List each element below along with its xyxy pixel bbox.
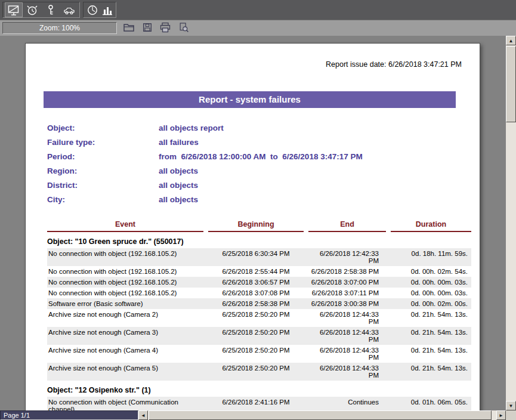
report-page: Report issue date: 6/26/2018 3:47:21 PM … xyxy=(25,43,480,410)
column-header-beginning: Beginning xyxy=(208,220,304,232)
event-cell: Archive size not enough (Camera 4) xyxy=(47,347,203,361)
save-icon xyxy=(142,22,153,35)
end-cell: 6/26/2018 2:58:38 PM xyxy=(308,268,386,275)
beginning-cell: 6/25/2018 2:50:20 PM xyxy=(208,347,304,361)
beginning-cell: 6/25/2018 2:50:20 PM xyxy=(208,311,304,325)
table-row: Archive size not enough (Camera 3)6/25/2… xyxy=(47,327,471,345)
save-button[interactable] xyxy=(140,22,155,35)
table-row: No connection with object (192.168.105.2… xyxy=(47,266,471,277)
toolbar-group-charts xyxy=(83,2,116,18)
duration-cell: 0d. 00h. 02m. 54s. xyxy=(391,268,471,275)
table-header-row: Event Beginning End Duration xyxy=(47,220,471,232)
report-table-body: Object: "10 Green spruce dr." (550017)No… xyxy=(47,232,471,410)
column-header-event: Event xyxy=(47,220,203,232)
car-icon xyxy=(63,4,76,17)
main-toolbar xyxy=(0,0,516,20)
field-object: Object: all objects report xyxy=(47,123,480,138)
horizontal-scrollbar-thumb[interactable] xyxy=(149,410,492,420)
field-label: District: xyxy=(47,181,159,195)
view-toolbar: Zoom: 100% xyxy=(0,20,516,36)
duration-cell: 0d. 00h. 02m. 00s. xyxy=(391,300,471,307)
monitor-icon xyxy=(7,4,20,17)
preview-button[interactable] xyxy=(177,22,191,35)
scrollbar-corner xyxy=(506,410,516,420)
vehicle-report-button[interactable] xyxy=(61,3,78,17)
scroll-up-arrow[interactable]: ▲ xyxy=(506,36,516,45)
preview-icon xyxy=(178,22,189,35)
table-row: Archive size not enough (Camera 2)6/25/2… xyxy=(47,309,471,327)
beginning-cell: 6/26/2018 3:06:57 PM xyxy=(208,279,304,286)
beginning-cell: 6/26/2018 3:07:08 PM xyxy=(208,289,304,297)
duration-cell: 0d. 18h. 11m. 59s. xyxy=(391,250,471,264)
gauge-icon xyxy=(86,4,99,17)
field-period: Period: from 6/26/2018 12:00:00 AM to 6/… xyxy=(47,152,480,166)
toolbar-group-report-types xyxy=(2,2,80,18)
key-icon xyxy=(44,4,57,17)
table-row: Archive size not enough (Camera 5)6/25/2… xyxy=(47,363,471,381)
field-value: from 6/26/2018 12:00:00 AM to 6/26/2018 … xyxy=(159,152,363,166)
scroll-right-arrow[interactable]: ► xyxy=(496,410,506,420)
event-cell: No connection with object (192.168.105.2… xyxy=(47,289,203,297)
field-label: Failure type: xyxy=(47,138,159,152)
table-row: No connection with object (Communication… xyxy=(47,397,471,410)
field-label: Period: xyxy=(47,152,159,166)
beginning-cell: 6/26/2018 2:58:38 PM xyxy=(208,300,304,307)
event-cell: Archive size not enough (Camera 2) xyxy=(47,311,203,325)
table-row: No connection with object (192.168.105.2… xyxy=(47,288,471,298)
zoom-field[interactable]: Zoom: 100% xyxy=(2,22,117,34)
duration-cell: 0d. 21h. 54m. 13s. xyxy=(391,365,471,379)
field-label: City: xyxy=(47,195,159,209)
field-region: Region: all objects xyxy=(47,166,480,181)
end-cell: 6/26/2018 12:44:33 PM xyxy=(308,347,386,361)
status-bar: Page 1/1 ◄ ► xyxy=(0,410,516,420)
alarm-clock-icon xyxy=(26,4,39,17)
event-cell: No connection with object (192.168.105.2… xyxy=(47,268,203,275)
end-cell: 6/26/2018 3:07:00 PM xyxy=(308,279,386,286)
beginning-cell: 6/26/2018 2:55:44 PM xyxy=(208,268,304,275)
table-row: Archive size not enough (Camera 4)6/25/2… xyxy=(47,345,471,363)
duration-cell: 0d. 21h. 54m. 13s. xyxy=(391,329,471,343)
end-cell: 6/26/2018 12:44:33 PM xyxy=(308,311,386,325)
group-header: Object: "10 Green spruce dr." (550017) xyxy=(47,232,471,248)
print-icon xyxy=(159,22,171,35)
group-header: Object: "12 Osipenko str." (1) xyxy=(47,381,471,397)
print-button[interactable] xyxy=(158,22,172,35)
field-label: Region: xyxy=(47,166,159,181)
field-city: City: all objects xyxy=(47,195,480,209)
field-value: all failures xyxy=(159,138,199,152)
horizontal-scrollbar[interactable]: ◄ ► xyxy=(138,410,506,420)
end-cell: Continues xyxy=(308,399,386,410)
report-preview-area: Report issue date: 6/26/2018 3:47:21 PM … xyxy=(0,36,506,410)
key-report-button[interactable] xyxy=(42,3,59,17)
end-cell: 6/26/2018 12:44:33 PM xyxy=(308,365,386,379)
beginning-cell: 6/25/2018 2:50:20 PM xyxy=(208,329,304,343)
report-table: Event Beginning End Duration Object: "10… xyxy=(47,220,471,410)
column-header-duration: Duration xyxy=(391,220,471,232)
beginning-cell: 6/26/2018 2:41:16 PM xyxy=(208,399,304,410)
field-value: all objects report xyxy=(159,123,224,138)
duration-cell: 0d. 01h. 06m. 05s. xyxy=(391,399,471,410)
scroll-down-arrow[interactable]: ▼ xyxy=(506,401,516,410)
end-cell: 6/26/2018 3:07:11 PM xyxy=(308,289,386,297)
field-label: Object: xyxy=(47,123,159,138)
duration-cell: 0d. 21h. 54m. 13s. xyxy=(391,347,471,361)
chart-report-button[interactable] xyxy=(100,3,115,17)
table-row: Software error (Basic software)6/26/2018… xyxy=(47,298,471,309)
event-cell: Archive size not enough (Camera 3) xyxy=(47,329,203,343)
vertical-scrollbar-thumb[interactable] xyxy=(506,46,516,122)
field-failure-type: Failure type: all failures xyxy=(47,138,480,152)
scroll-left-arrow[interactable]: ◄ xyxy=(138,410,148,420)
event-cell: Software error (Basic software) xyxy=(47,300,203,307)
event-cell: No connection with object (Communication… xyxy=(47,399,203,410)
end-cell: 6/26/2018 12:42:33 PM xyxy=(308,250,386,264)
vertical-scrollbar[interactable]: ▲ ▼ xyxy=(506,36,516,410)
open-folder-icon xyxy=(123,22,135,35)
system-failures-report-button[interactable] xyxy=(5,3,22,17)
end-cell: 6/26/2018 3:00:38 PM xyxy=(308,300,386,307)
time-report-button[interactable] xyxy=(24,3,41,17)
field-value: all objects xyxy=(159,166,198,181)
gauge-report-button[interactable] xyxy=(85,3,100,17)
duration-cell: 0d. 00h. 00m. 03s. xyxy=(391,279,471,286)
open-button[interactable] xyxy=(122,22,136,35)
duration-cell: 0d. 21h. 54m. 13s. xyxy=(391,311,471,325)
